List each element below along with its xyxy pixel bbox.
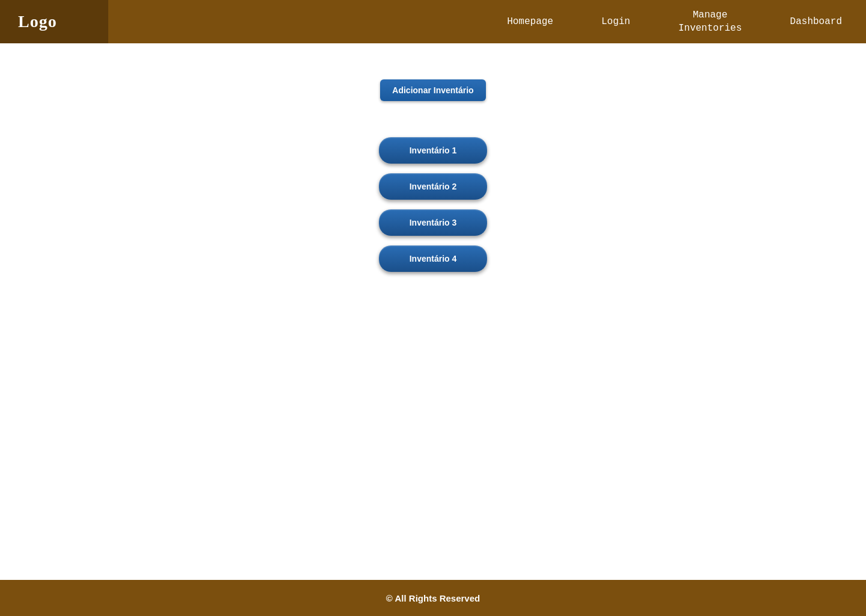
nav-dashboard[interactable]: Dashboard (766, 0, 866, 43)
logo-area[interactable]: Logo (0, 0, 108, 43)
logo-text: Logo (18, 12, 57, 31)
inventory-button-4[interactable]: Inventário 4 (379, 245, 487, 272)
add-inventory-button[interactable]: Adicionar Inventário (380, 79, 485, 101)
inventory-list: Inventário 1 Inventário 2 Inventário 3 I… (379, 137, 487, 272)
inventory-button-2[interactable]: Inventário 2 (379, 173, 487, 200)
inventory-button-1[interactable]: Inventário 1 (379, 137, 487, 164)
inventory-button-3[interactable]: Inventário 3 (379, 209, 487, 236)
main-content: Adicionar Inventário Inventário 1 Invent… (0, 43, 866, 580)
copyright-text: © All Rights Reserved (386, 593, 480, 603)
nav-login[interactable]: Login (577, 0, 654, 43)
main-header: Logo Homepage Login Manage Inventories D… (0, 0, 866, 43)
nav-manage-inventories[interactable]: Manage Inventories (654, 0, 766, 43)
main-nav: Homepage Login Manage Inventories Dashbo… (483, 0, 866, 43)
nav-homepage[interactable]: Homepage (483, 0, 577, 43)
main-footer: © All Rights Reserved (0, 580, 866, 616)
